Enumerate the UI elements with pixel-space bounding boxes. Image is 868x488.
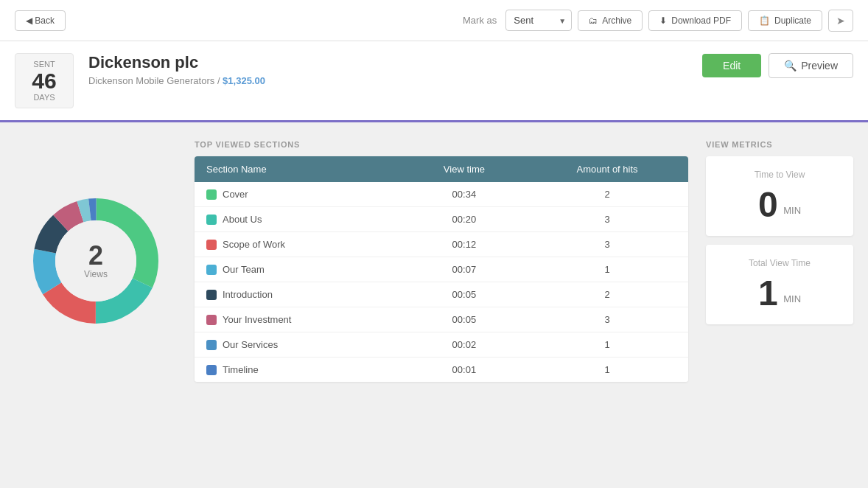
table-row: Our Services 00:02 1 [195,332,688,358]
sent-days-label: Days [27,93,61,102]
download-pdf-label: Download PDF [671,15,731,26]
proposal-actions: Edit 🔍 Preview [702,53,853,78]
row-section-name-0: Cover [223,189,248,200]
duplicate-icon: 📋 [759,15,770,26]
proposal-subtitle: Dickenson Mobile Generators / $1,325.00 [88,75,687,86]
mark-as-label: Mark as [463,15,497,26]
td-hits-0: 2 [526,182,688,207]
proposal-amount: $1,325.00 [223,75,265,86]
time-to-view-label: Time to View [721,170,839,180]
td-hits-4: 2 [526,282,688,307]
color-dot-2 [206,240,217,250]
proposal-title: Dickenson plc [88,53,687,72]
td-view-time-7: 00:01 [402,358,526,383]
total-view-time-card: Total View Time 1 MIN [706,245,853,324]
total-view-time-unit: MIN [783,293,801,304]
duplicate-button[interactable]: 📋 Duplicate [748,10,822,31]
sections-table: Section Name View time Amount of hits Co… [195,156,688,382]
sent-number: 46 [27,69,61,93]
views-number: 2 [84,243,108,269]
sent-label: Sent [27,60,61,69]
col-view-time: View time [402,156,526,182]
td-hits-6: 1 [526,332,688,358]
proposal-info: Dickenson plc Dickenson Mobile Generator… [88,53,687,86]
total-view-time-value: 1 [758,276,778,311]
td-view-time-0: 00:34 [402,182,526,207]
td-name-6: Our Services [195,332,402,358]
row-section-name-3: Our Team [223,264,265,275]
status-select-wrap[interactable]: Sent Draft Viewed ▼ [505,10,572,31]
time-to-view-card: Time to View 0 MIN [706,156,853,236]
table-row: About Us 00:20 3 [195,207,688,232]
total-view-time-value-row: 1 MIN [721,276,839,311]
td-hits-7: 1 [526,358,688,383]
td-hits-2: 3 [526,232,688,257]
td-name-1: About Us [195,207,402,232]
color-dot-3 [206,265,217,275]
send-icon: ➤ [836,15,845,27]
table-row: Scope of Work 00:12 3 [195,232,688,257]
edit-button[interactable]: Edit [702,54,761,77]
sent-badge: Sent 46 Days [15,53,74,108]
color-dot-5 [206,315,217,325]
donut-center: 2 Views [84,243,108,279]
proposal-header: Sent 46 Days Dickenson plc Dickenson Mob… [0,41,868,122]
td-view-time-5: 00:05 [402,307,526,332]
td-name-5: Your Investment [195,307,402,332]
download-icon: ⬇ [659,15,667,26]
td-name-2: Scope of Work [195,232,402,257]
archive-icon: 🗂 [589,15,598,26]
td-view-time-2: 00:12 [402,232,526,257]
col-hits: Amount of hits [526,156,688,182]
status-select[interactable]: Sent Draft Viewed [505,10,572,31]
views-label: Views [84,269,108,279]
metrics-title: VIEW METRICS [706,140,853,149]
color-dot-6 [206,340,217,350]
td-view-time-1: 00:20 [402,207,526,232]
row-section-name-4: Introduction [223,289,273,300]
row-section-name-2: Scope of Work [223,239,285,250]
color-dot-1 [206,215,217,225]
archive-label: Archive [602,15,631,26]
td-name-7: Timeline [195,358,402,383]
time-to-view-unit: MIN [783,205,801,216]
preview-icon: 🔍 [784,60,797,72]
proposal-client: Dickenson Mobile Generators [88,75,214,86]
color-dot-0 [206,189,217,200]
row-section-name-6: Our Services [223,339,278,350]
archive-button[interactable]: 🗂 Archive [578,10,643,31]
back-button[interactable]: ◀ Back [15,10,66,31]
td-view-time-3: 00:07 [402,257,526,282]
total-view-time-label: Total View Time [721,258,839,268]
td-hits-3: 1 [526,257,688,282]
chart-section: 2 Views [15,140,177,382]
td-hits-5: 3 [526,307,688,332]
time-to-view-value-row: 0 MIN [721,187,839,223]
td-view-time-4: 00:05 [402,282,526,307]
col-section-name: Section Name [195,156,402,182]
row-section-name-5: Your Investment [223,314,291,325]
table-row: Timeline 00:01 1 [195,358,688,383]
top-bar-actions: Mark as Sent Draft Viewed ▼ 🗂 Archive ⬇ … [463,10,853,32]
metrics-section: VIEW METRICS Time to View 0 MIN Total Vi… [706,140,853,382]
preview-label: Preview [801,60,838,72]
td-view-time-6: 00:02 [402,332,526,358]
top-bar: ◀ Back Mark as Sent Draft Viewed ▼ 🗂 Arc… [0,0,868,41]
color-dot-4 [206,290,217,300]
time-to-view-value: 0 [758,187,778,223]
table-row: Your Investment 00:05 3 [195,307,688,332]
download-pdf-button[interactable]: ⬇ Download PDF [648,10,742,31]
top-viewed-title: TOP VIEWED SECTIONS [195,140,688,149]
row-section-name-7: Timeline [223,364,259,375]
row-section-name-1: About Us [223,214,262,225]
donut-chart: 2 Views [26,191,166,331]
main-content: 2 Views TOP VIEWED SECTIONS Section Name… [0,122,868,400]
preview-button[interactable]: 🔍 Preview [769,53,853,78]
table-row: Cover 00:34 2 [195,182,688,207]
send-button[interactable]: ➤ [828,10,853,32]
td-hits-1: 3 [526,207,688,232]
td-name-4: Introduction [195,282,402,307]
duplicate-label: Duplicate [774,15,811,26]
color-dot-7 [206,365,217,375]
table-row: Introduction 00:05 2 [195,282,688,307]
